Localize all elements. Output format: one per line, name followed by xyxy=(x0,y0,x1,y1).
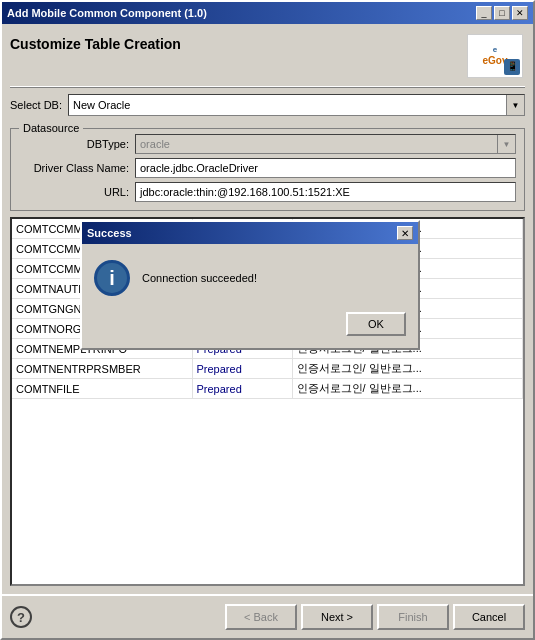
ok-button[interactable]: OK xyxy=(346,312,406,336)
info-icon: i xyxy=(94,260,130,296)
dialog-message-row: i Connection succeeded! xyxy=(94,256,406,300)
success-dialog: Success ✕ i Connection succeeded! OK xyxy=(80,220,420,350)
dialog-content: i Connection succeeded! OK xyxy=(82,244,418,348)
dialog-title: Success xyxy=(87,227,132,239)
dialog-close-button[interactable]: ✕ xyxy=(397,226,413,240)
dialog-overlay: Success ✕ i Connection succeeded! OK xyxy=(0,0,535,640)
dialog-title-bar: Success ✕ xyxy=(82,222,418,244)
dialog-message: Connection succeeded! xyxy=(142,272,257,284)
info-icon-label: i xyxy=(109,267,115,290)
dialog-buttons: OK xyxy=(94,300,406,336)
